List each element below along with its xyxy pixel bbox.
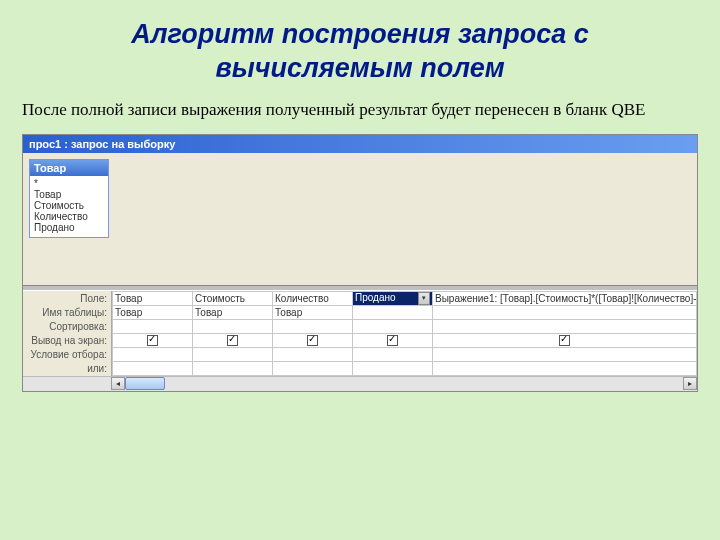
checkbox-icon[interactable] [559,335,570,346]
qbe-cell-selected[interactable]: Продано ▾ [353,291,433,305]
field-item[interactable]: * [31,178,107,189]
qbe-show-cell[interactable] [193,333,273,347]
qbe-cell[interactable]: Стоимость [193,291,273,305]
row-label-show: Вывод на экран: [23,334,111,348]
qbe-cell[interactable] [433,361,697,375]
row-label-table: Имя таблицы: [23,306,111,320]
scroll-right-arrow-icon[interactable]: ▸ [683,377,697,390]
checkbox-icon[interactable] [307,335,318,346]
checkbox-icon[interactable] [227,335,238,346]
qbe-cell[interactable] [353,319,433,333]
scroll-thumb[interactable] [125,377,165,390]
qbe-cell[interactable] [273,319,353,333]
row-label-field: Поле: [23,292,111,306]
qbe-cell[interactable] [273,347,353,361]
source-table-fields: * Товар Стоимость Количество Продано [30,176,108,237]
qbe-row-field: Товар Стоимость Количество Продано ▾ Выр… [113,291,697,305]
slide-title: Алгоритм построения запроса с вычисляемы… [40,18,680,86]
qbe-cell[interactable] [353,361,433,375]
qbe-cell[interactable]: Количество [273,291,353,305]
qbe-cell[interactable] [433,347,697,361]
slide-subtitle: После полной записи выражения полученный… [22,100,698,120]
qbe-cell-expression[interactable]: Выражение1: [Товар].[Стоимость]*([Товар]… [433,291,697,305]
source-table-name: Товар [30,160,108,176]
qbe-cell[interactable]: Товар [273,305,353,319]
qbe-row-or [113,361,697,375]
qbe-row-labels: Поле: Имя таблицы: Сортировка: Вывод на … [23,291,111,376]
row-label-sort: Сортировка: [23,320,111,334]
row-label-or: или: [23,362,111,376]
qbe-grid-cells: Товар Стоимость Количество Продано ▾ Выр… [111,291,697,376]
qbe-cell-text: Продано [355,292,396,303]
qbe-cell[interactable] [193,361,273,375]
qbe-cell[interactable] [113,361,193,375]
field-item[interactable]: Количество [31,211,107,222]
qbe-show-cell[interactable] [353,333,433,347]
horizontal-scrollbar[interactable]: ◂ ▸ [23,376,697,391]
qbe-cell[interactable] [273,361,353,375]
qbe-row-criteria [113,347,697,361]
qbe-show-cell[interactable] [113,333,193,347]
source-table-box[interactable]: Товар * Товар Стоимость Количество Прода… [29,159,109,238]
row-label-criteria: Условие отбора: [23,348,111,362]
checkbox-icon[interactable] [147,335,158,346]
qbe-grid: Поле: Имя таблицы: Сортировка: Вывод на … [23,291,697,391]
qbe-show-cell[interactable] [433,333,697,347]
qbe-show-cell[interactable] [273,333,353,347]
qbe-cell[interactable] [353,347,433,361]
field-item[interactable]: Стоимость [31,200,107,211]
qbe-cell[interactable] [113,319,193,333]
access-query-designer: прос1 : запрос на выборку Товар * Товар … [22,134,698,392]
tables-pane: Товар * Товар Стоимость Количество Прода… [23,153,697,285]
window-titlebar: прос1 : запрос на выборку [23,135,697,153]
scroll-left-arrow-icon[interactable]: ◂ [111,377,125,390]
checkbox-icon[interactable] [387,335,398,346]
qbe-cell[interactable] [353,305,433,319]
dropdown-icon[interactable]: ▾ [418,292,430,305]
qbe-cell[interactable]: Товар [113,305,193,319]
qbe-cell[interactable]: Товар [113,291,193,305]
qbe-cell[interactable] [193,319,273,333]
qbe-cell[interactable]: Товар [193,305,273,319]
qbe-row-sort [113,319,697,333]
field-item[interactable]: Продано [31,222,107,233]
qbe-row-table: Товар Товар Товар [113,305,697,319]
qbe-row-show [113,333,697,347]
qbe-cell[interactable] [193,347,273,361]
qbe-cell[interactable] [433,319,697,333]
qbe-cell[interactable] [113,347,193,361]
field-item[interactable]: Товар [31,189,107,200]
qbe-cell[interactable] [433,305,697,319]
